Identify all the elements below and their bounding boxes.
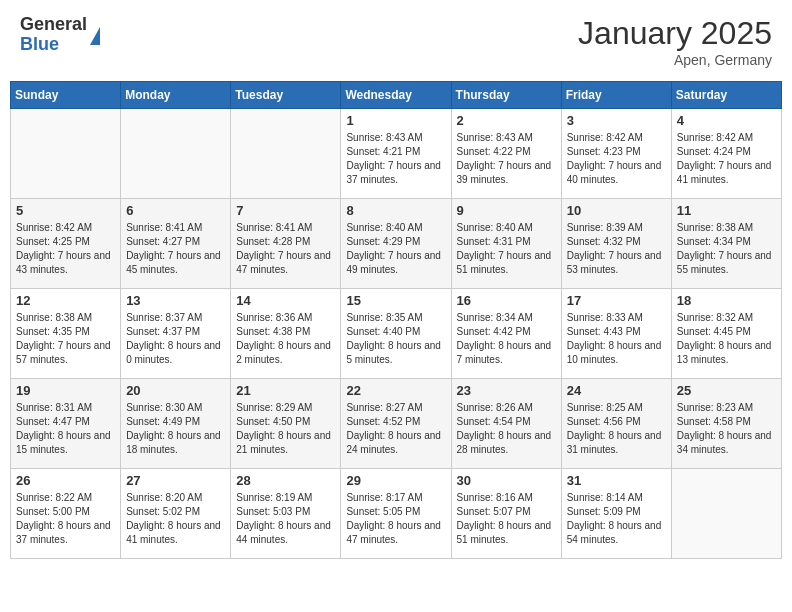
day-info: Sunrise: 8:20 AMSunset: 5:02 PMDaylight:… <box>126 491 225 547</box>
week-row: 26Sunrise: 8:22 AMSunset: 5:00 PMDayligh… <box>11 469 782 559</box>
day-info: Sunrise: 8:38 AMSunset: 4:35 PMDaylight:… <box>16 311 115 367</box>
day-number: 27 <box>126 473 225 488</box>
calendar-cell: 17Sunrise: 8:33 AMSunset: 4:43 PMDayligh… <box>561 289 671 379</box>
day-info: Sunrise: 8:43 AMSunset: 4:22 PMDaylight:… <box>457 131 556 187</box>
calendar-cell: 29Sunrise: 8:17 AMSunset: 5:05 PMDayligh… <box>341 469 451 559</box>
day-info: Sunrise: 8:27 AMSunset: 4:52 PMDaylight:… <box>346 401 445 457</box>
calendar-cell: 18Sunrise: 8:32 AMSunset: 4:45 PMDayligh… <box>671 289 781 379</box>
day-info: Sunrise: 8:41 AMSunset: 4:27 PMDaylight:… <box>126 221 225 277</box>
day-info: Sunrise: 8:31 AMSunset: 4:47 PMDaylight:… <box>16 401 115 457</box>
logo: General Blue <box>20 15 100 55</box>
calendar-cell: 5Sunrise: 8:42 AMSunset: 4:25 PMDaylight… <box>11 199 121 289</box>
day-number: 21 <box>236 383 335 398</box>
day-info: Sunrise: 8:40 AMSunset: 4:29 PMDaylight:… <box>346 221 445 277</box>
week-row: 12Sunrise: 8:38 AMSunset: 4:35 PMDayligh… <box>11 289 782 379</box>
logo-triangle-icon <box>90 27 100 45</box>
calendar-cell: 19Sunrise: 8:31 AMSunset: 4:47 PMDayligh… <box>11 379 121 469</box>
day-number: 4 <box>677 113 776 128</box>
calendar-cell: 26Sunrise: 8:22 AMSunset: 5:00 PMDayligh… <box>11 469 121 559</box>
day-number: 5 <box>16 203 115 218</box>
day-number: 30 <box>457 473 556 488</box>
day-info: Sunrise: 8:14 AMSunset: 5:09 PMDaylight:… <box>567 491 666 547</box>
calendar-cell: 20Sunrise: 8:30 AMSunset: 4:49 PMDayligh… <box>121 379 231 469</box>
header-row: SundayMondayTuesdayWednesdayThursdayFrid… <box>11 82 782 109</box>
day-header-friday: Friday <box>561 82 671 109</box>
day-info: Sunrise: 8:41 AMSunset: 4:28 PMDaylight:… <box>236 221 335 277</box>
calendar-cell: 23Sunrise: 8:26 AMSunset: 4:54 PMDayligh… <box>451 379 561 469</box>
day-info: Sunrise: 8:37 AMSunset: 4:37 PMDaylight:… <box>126 311 225 367</box>
calendar-cell: 8Sunrise: 8:40 AMSunset: 4:29 PMDaylight… <box>341 199 451 289</box>
day-number: 9 <box>457 203 556 218</box>
location: Apen, Germany <box>578 52 772 68</box>
calendar-cell: 13Sunrise: 8:37 AMSunset: 4:37 PMDayligh… <box>121 289 231 379</box>
calendar-cell: 24Sunrise: 8:25 AMSunset: 4:56 PMDayligh… <box>561 379 671 469</box>
day-info: Sunrise: 8:17 AMSunset: 5:05 PMDaylight:… <box>346 491 445 547</box>
calendar-cell: 27Sunrise: 8:20 AMSunset: 5:02 PMDayligh… <box>121 469 231 559</box>
day-number: 1 <box>346 113 445 128</box>
calendar-cell: 4Sunrise: 8:42 AMSunset: 4:24 PMDaylight… <box>671 109 781 199</box>
day-info: Sunrise: 8:29 AMSunset: 4:50 PMDaylight:… <box>236 401 335 457</box>
logo-general: General <box>20 15 87 35</box>
day-number: 20 <box>126 383 225 398</box>
day-info: Sunrise: 8:32 AMSunset: 4:45 PMDaylight:… <box>677 311 776 367</box>
day-header-tuesday: Tuesday <box>231 82 341 109</box>
calendar-cell: 22Sunrise: 8:27 AMSunset: 4:52 PMDayligh… <box>341 379 451 469</box>
day-number: 3 <box>567 113 666 128</box>
day-info: Sunrise: 8:39 AMSunset: 4:32 PMDaylight:… <box>567 221 666 277</box>
day-number: 25 <box>677 383 776 398</box>
day-number: 29 <box>346 473 445 488</box>
day-info: Sunrise: 8:33 AMSunset: 4:43 PMDaylight:… <box>567 311 666 367</box>
day-number: 13 <box>126 293 225 308</box>
day-number: 6 <box>126 203 225 218</box>
day-info: Sunrise: 8:42 AMSunset: 4:23 PMDaylight:… <box>567 131 666 187</box>
calendar-cell: 21Sunrise: 8:29 AMSunset: 4:50 PMDayligh… <box>231 379 341 469</box>
calendar-cell: 25Sunrise: 8:23 AMSunset: 4:58 PMDayligh… <box>671 379 781 469</box>
calendar-cell: 7Sunrise: 8:41 AMSunset: 4:28 PMDaylight… <box>231 199 341 289</box>
calendar-table: SundayMondayTuesdayWednesdayThursdayFrid… <box>10 81 782 559</box>
calendar-cell: 16Sunrise: 8:34 AMSunset: 4:42 PMDayligh… <box>451 289 561 379</box>
day-info: Sunrise: 8:36 AMSunset: 4:38 PMDaylight:… <box>236 311 335 367</box>
day-number: 12 <box>16 293 115 308</box>
day-number: 22 <box>346 383 445 398</box>
calendar-cell: 14Sunrise: 8:36 AMSunset: 4:38 PMDayligh… <box>231 289 341 379</box>
day-number: 16 <box>457 293 556 308</box>
calendar-cell <box>671 469 781 559</box>
day-info: Sunrise: 8:16 AMSunset: 5:07 PMDaylight:… <box>457 491 556 547</box>
day-info: Sunrise: 8:30 AMSunset: 4:49 PMDaylight:… <box>126 401 225 457</box>
calendar-cell <box>121 109 231 199</box>
logo-text: General Blue <box>20 15 87 55</box>
day-number: 23 <box>457 383 556 398</box>
day-header-sunday: Sunday <box>11 82 121 109</box>
day-number: 28 <box>236 473 335 488</box>
calendar-cell: 11Sunrise: 8:38 AMSunset: 4:34 PMDayligh… <box>671 199 781 289</box>
week-row: 5Sunrise: 8:42 AMSunset: 4:25 PMDaylight… <box>11 199 782 289</box>
day-info: Sunrise: 8:43 AMSunset: 4:21 PMDaylight:… <box>346 131 445 187</box>
day-number: 11 <box>677 203 776 218</box>
calendar-cell: 3Sunrise: 8:42 AMSunset: 4:23 PMDaylight… <box>561 109 671 199</box>
day-info: Sunrise: 8:38 AMSunset: 4:34 PMDaylight:… <box>677 221 776 277</box>
day-info: Sunrise: 8:22 AMSunset: 5:00 PMDaylight:… <box>16 491 115 547</box>
calendar-cell: 2Sunrise: 8:43 AMSunset: 4:22 PMDaylight… <box>451 109 561 199</box>
header: General Blue January 2025 Apen, Germany <box>10 10 782 73</box>
day-info: Sunrise: 8:26 AMSunset: 4:54 PMDaylight:… <box>457 401 556 457</box>
day-number: 26 <box>16 473 115 488</box>
day-number: 2 <box>457 113 556 128</box>
calendar-cell: 1Sunrise: 8:43 AMSunset: 4:21 PMDaylight… <box>341 109 451 199</box>
day-info: Sunrise: 8:19 AMSunset: 5:03 PMDaylight:… <box>236 491 335 547</box>
title-block: January 2025 Apen, Germany <box>578 15 772 68</box>
day-number: 17 <box>567 293 666 308</box>
day-number: 31 <box>567 473 666 488</box>
calendar-cell: 30Sunrise: 8:16 AMSunset: 5:07 PMDayligh… <box>451 469 561 559</box>
month-title: January 2025 <box>578 15 772 52</box>
logo-blue: Blue <box>20 35 87 55</box>
calendar-cell <box>11 109 121 199</box>
day-header-thursday: Thursday <box>451 82 561 109</box>
day-number: 18 <box>677 293 776 308</box>
day-info: Sunrise: 8:34 AMSunset: 4:42 PMDaylight:… <box>457 311 556 367</box>
day-number: 14 <box>236 293 335 308</box>
calendar-cell: 9Sunrise: 8:40 AMSunset: 4:31 PMDaylight… <box>451 199 561 289</box>
week-row: 1Sunrise: 8:43 AMSunset: 4:21 PMDaylight… <box>11 109 782 199</box>
calendar-cell: 31Sunrise: 8:14 AMSunset: 5:09 PMDayligh… <box>561 469 671 559</box>
calendar-cell: 12Sunrise: 8:38 AMSunset: 4:35 PMDayligh… <box>11 289 121 379</box>
calendar-cell: 10Sunrise: 8:39 AMSunset: 4:32 PMDayligh… <box>561 199 671 289</box>
